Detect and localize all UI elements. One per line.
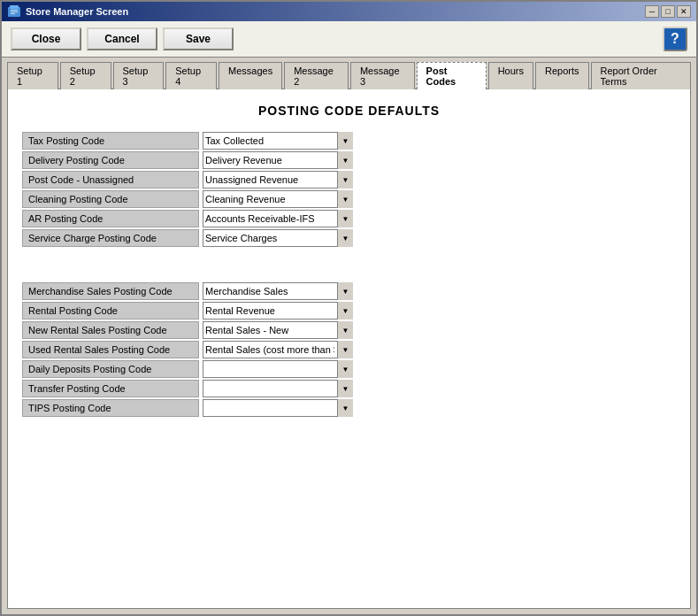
- service-charge-posting-code-row: Service Charge Posting Code Service Char…: [22, 229, 676, 247]
- content-area: POSTING CODE DEFAULTS Tax Posting Code T…: [7, 89, 691, 609]
- rental-posting-code-select[interactable]: Rental Revenue: [203, 302, 353, 320]
- cleaning-posting-code-select[interactable]: Cleaning Revenue: [203, 190, 353, 208]
- delivery-posting-code-select-wrapper: Delivery Revenue ▼: [203, 151, 353, 169]
- merchandise-sales-posting-code-row: Merchandise Sales Posting Code Merchandi…: [22, 282, 676, 300]
- cleaning-posting-code-select-wrapper: Cleaning Revenue ▼: [203, 190, 353, 208]
- close-button[interactable]: Close: [11, 27, 81, 50]
- service-charge-posting-code-select-wrapper: Service Charges ▼: [203, 229, 353, 247]
- svg-rect-4: [11, 13, 15, 14]
- post-code-unassigned-row: Post Code - Unassigned Unassigned Revenu…: [22, 171, 676, 189]
- daily-deposits-posting-code-row: Daily Deposits Posting Code ▼: [22, 360, 676, 378]
- tax-posting-code-select[interactable]: Tax Collected: [203, 132, 353, 150]
- tips-posting-code-select[interactable]: [203, 399, 353, 417]
- cleaning-posting-code-row: Cleaning Posting Code Cleaning Revenue ▼: [22, 190, 676, 208]
- ar-posting-code-row: AR Posting Code Accounts Receivable-IFS …: [22, 210, 676, 227]
- post-code-unassigned-select-wrapper: Unassigned Revenue ▼: [203, 171, 353, 189]
- cleaning-posting-code-label: Cleaning Posting Code: [22, 190, 199, 208]
- title-bar: Store Manager Screen ─ □ ✕: [2, 2, 696, 21]
- svg-rect-3: [11, 12, 18, 12]
- new-rental-sales-posting-code-row: New Rental Sales Posting Code Rental Sal…: [22, 321, 676, 339]
- tab-setup1[interactable]: Setup 1: [7, 62, 58, 89]
- post-code-unassigned-label: Post Code - Unassigned: [22, 171, 199, 189]
- tax-posting-code-label: Tax Posting Code: [22, 132, 199, 150]
- rental-posting-code-row: Rental Posting Code Rental Revenue ▼: [22, 302, 676, 320]
- new-rental-sales-posting-code-label: New Rental Sales Posting Code: [22, 321, 199, 339]
- service-charge-posting-code-select[interactable]: Service Charges: [203, 229, 353, 247]
- used-rental-sales-posting-code-label: Used Rental Sales Posting Code: [22, 341, 199, 358]
- ar-posting-code-select[interactable]: Accounts Receivable-IFS: [203, 210, 353, 227]
- used-rental-sales-posting-code-select[interactable]: Rental Sales (cost more than $: [203, 341, 353, 358]
- rental-posting-code-label: Rental Posting Code: [22, 302, 199, 320]
- rental-posting-code-select-wrapper: Rental Revenue ▼: [203, 302, 353, 320]
- daily-deposits-posting-code-label: Daily Deposits Posting Code: [22, 360, 199, 378]
- service-charge-posting-code-label: Service Charge Posting Code: [22, 229, 199, 247]
- delivery-posting-code-label: Delivery Posting Code: [22, 151, 199, 169]
- svg-rect-2: [11, 10, 18, 11]
- new-rental-sales-posting-code-select[interactable]: Rental Sales - New: [203, 321, 353, 339]
- window-title: Store Manager Screen: [26, 6, 645, 17]
- daily-deposits-posting-code-select-wrapper: ▼: [203, 360, 353, 378]
- tab-reports[interactable]: Reports: [535, 62, 589, 89]
- merchandise-sales-posting-code-select-wrapper: Merchandise Sales ▼: [203, 282, 353, 300]
- transfer-posting-code-row: Transfer Posting Code ▼: [22, 380, 676, 397]
- post-code-unassigned-select[interactable]: Unassigned Revenue: [203, 171, 353, 189]
- used-rental-sales-posting-code-select-wrapper: Rental Sales (cost more than $ ▼: [203, 341, 353, 358]
- ar-posting-code-label: AR Posting Code: [22, 210, 199, 227]
- tax-posting-code-select-wrapper: Tax Collected ▼: [203, 132, 353, 150]
- top-form-section: Tax Posting Code Tax Collected ▼ Deliver…: [22, 132, 676, 247]
- transfer-posting-code-select-wrapper: ▼: [203, 380, 353, 397]
- transfer-posting-code-select[interactable]: [203, 380, 353, 397]
- delivery-posting-code-select[interactable]: Delivery Revenue: [203, 151, 353, 169]
- save-button[interactable]: Save: [163, 27, 234, 50]
- window-controls: ─ □ ✕: [645, 5, 691, 18]
- tips-posting-code-select-wrapper: ▼: [203, 399, 353, 417]
- svg-rect-1: [10, 5, 19, 9]
- minimize-button[interactable]: ─: [645, 5, 659, 18]
- page-title: POSTING CODE DEFAULTS: [22, 104, 676, 118]
- section-gap: [22, 265, 676, 282]
- tax-posting-code-row: Tax Posting Code Tax Collected ▼: [22, 132, 676, 150]
- tab-messages[interactable]: Messages: [219, 62, 282, 89]
- ar-posting-code-select-wrapper: Accounts Receivable-IFS ▼: [203, 210, 353, 227]
- window-icon: [7, 4, 21, 19]
- tab-setup4[interactable]: Setup 4: [165, 62, 217, 89]
- main-window: Store Manager Screen ─ □ ✕ Close Cancel …: [0, 0, 698, 616]
- tab-setup2[interactable]: Setup 2: [60, 62, 111, 89]
- tab-reportorderterms[interactable]: Report Order Terms: [591, 62, 691, 89]
- close-window-button[interactable]: ✕: [677, 5, 691, 18]
- bottom-form-section: Merchandise Sales Posting Code Merchandi…: [22, 282, 676, 417]
- cancel-button[interactable]: Cancel: [87, 27, 157, 50]
- tab-setup3[interactable]: Setup 3: [113, 62, 165, 89]
- toolbar: Close Cancel Save ?: [2, 21, 696, 58]
- tab-postcodes[interactable]: Post Codes: [417, 62, 487, 89]
- tab-message2[interactable]: Message 2: [284, 62, 349, 89]
- tabs-bar: Setup 1 Setup 2 Setup 3 Setup 4 Messages…: [2, 58, 696, 89]
- maximize-button[interactable]: □: [661, 5, 675, 18]
- tips-posting-code-row: TIPS Posting Code ▼: [22, 399, 676, 417]
- daily-deposits-posting-code-select[interactable]: [203, 360, 353, 378]
- tab-hours[interactable]: Hours: [488, 62, 533, 89]
- merchandise-sales-posting-code-label: Merchandise Sales Posting Code: [22, 282, 199, 300]
- used-rental-sales-posting-code-row: Used Rental Sales Posting Code Rental Sa…: [22, 341, 676, 358]
- transfer-posting-code-label: Transfer Posting Code: [22, 380, 199, 397]
- tips-posting-code-label: TIPS Posting Code: [22, 399, 199, 417]
- merchandise-sales-posting-code-select[interactable]: Merchandise Sales: [203, 282, 353, 300]
- delivery-posting-code-row: Delivery Posting Code Delivery Revenue ▼: [22, 151, 676, 169]
- new-rental-sales-posting-code-select-wrapper: Rental Sales - New ▼: [203, 321, 353, 339]
- help-button[interactable]: ?: [663, 27, 687, 51]
- tab-message3[interactable]: Message 3: [350, 62, 415, 89]
